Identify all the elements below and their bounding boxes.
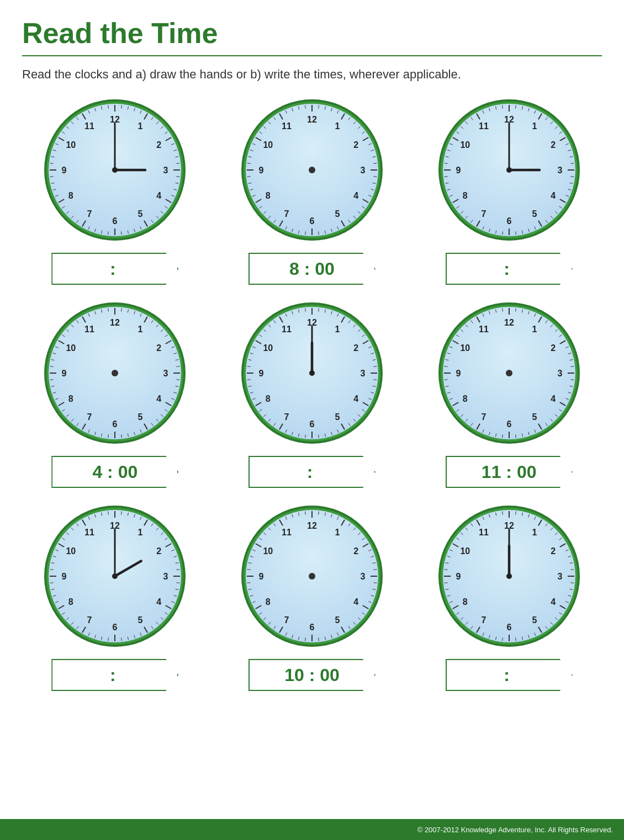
svg-text:5: 5	[532, 615, 537, 625]
svg-line-279	[50, 380, 54, 380]
svg-point-385	[309, 370, 315, 376]
svg-point-461	[506, 370, 512, 376]
time-text-5: :	[307, 462, 318, 482]
svg-line-420	[502, 434, 503, 438]
svg-line-357	[247, 366, 251, 367]
svg-text:8: 8	[266, 394, 271, 403]
svg-text:10: 10	[66, 140, 76, 150]
svg-line-327	[373, 380, 377, 380]
svg-text:1: 1	[335, 121, 340, 131]
svg-line-281	[50, 366, 54, 367]
svg-line-186	[515, 231, 516, 235]
svg-text:4: 4	[551, 191, 556, 200]
clock-face-9: 121234567891011	[437, 504, 581, 650]
svg-text:9: 9	[259, 369, 264, 378]
time-text-6: 11 : 00	[482, 462, 537, 482]
time-box-3: :	[446, 253, 573, 285]
svg-text:10: 10	[66, 343, 76, 353]
svg-text:12: 12	[307, 521, 317, 530]
svg-text:12: 12	[110, 318, 120, 327]
svg-text:9: 9	[62, 572, 67, 581]
svg-text:10: 10	[460, 343, 470, 353]
svg-line-47	[50, 177, 54, 177]
svg-line-97	[373, 177, 377, 177]
footer-text: © 2007-2012 Knowledge Adventure, Inc. Al…	[417, 826, 613, 834]
svg-point-693	[506, 573, 512, 579]
svg-text:3: 3	[163, 572, 168, 581]
svg-line-479	[177, 570, 180, 570]
svg-text:9: 9	[259, 166, 264, 175]
svg-line-294	[108, 309, 109, 312]
svg-text:9: 9	[456, 369, 461, 378]
svg-text:10: 10	[263, 343, 273, 353]
svg-text:5: 5	[335, 615, 340, 625]
svg-line-266	[108, 434, 109, 438]
svg-text:4: 4	[157, 394, 162, 403]
svg-line-418	[515, 434, 516, 438]
clock-face-8: 121234567891011	[240, 504, 384, 650]
clock-face-3: 121234567891011	[437, 98, 581, 244]
svg-text:3: 3	[557, 572, 562, 581]
svg-text:6: 6	[506, 216, 511, 226]
svg-text:5: 5	[335, 412, 340, 422]
svg-text:7: 7	[481, 412, 486, 422]
time-box-9: :	[446, 659, 573, 691]
time-box-2: 8 : 00	[248, 253, 376, 285]
svg-line-188	[502, 231, 503, 235]
svg-text:7: 7	[284, 412, 289, 422]
clock-face-5: 121234567891011	[240, 301, 384, 447]
svg-text:3: 3	[163, 166, 168, 175]
svg-text:2: 2	[157, 546, 162, 556]
svg-line-110	[319, 231, 319, 235]
svg-line-112	[305, 231, 306, 235]
svg-line-557	[373, 570, 377, 570]
time-text-9: :	[504, 665, 514, 685]
svg-line-95	[373, 163, 377, 164]
svg-text:1: 1	[138, 528, 143, 537]
svg-text:4: 4	[353, 191, 358, 200]
svg-line-251	[177, 380, 180, 380]
clock-face-2: 121234567891011	[240, 98, 384, 244]
svg-text:7: 7	[284, 615, 289, 625]
svg-point-231	[506, 167, 512, 173]
svg-line-4	[121, 105, 122, 109]
page-title: Read the Time	[22, 17, 602, 50]
svg-line-216	[502, 105, 503, 109]
clock-cell-1: 121234567891011 :	[22, 98, 208, 285]
svg-point-153	[309, 167, 315, 173]
svg-line-173	[570, 177, 574, 177]
svg-text:6: 6	[113, 216, 118, 226]
clock-cell-8: 121234567891011 10 : 00	[219, 504, 405, 691]
svg-line-125	[247, 177, 251, 177]
svg-text:10: 10	[460, 140, 470, 150]
svg-text:2: 2	[157, 343, 162, 353]
svg-text:4: 4	[157, 597, 162, 607]
svg-text:3: 3	[557, 369, 562, 378]
svg-text:2: 2	[551, 140, 556, 150]
svg-line-17	[177, 163, 180, 164]
svg-line-355	[247, 380, 251, 380]
svg-line-312	[319, 309, 319, 312]
svg-text:6: 6	[506, 623, 511, 632]
svg-text:8: 8	[266, 191, 271, 200]
time-text-7: :	[110, 665, 120, 685]
svg-line-405	[570, 380, 574, 380]
clock-cell-3: 121234567891011 :	[416, 98, 602, 285]
svg-text:6: 6	[310, 419, 315, 429]
svg-line-633	[570, 570, 574, 570]
clock-cell-2: 121234567891011 8 : 00	[219, 98, 405, 285]
svg-text:1: 1	[138, 325, 143, 334]
svg-text:12: 12	[504, 318, 514, 327]
svg-line-49	[50, 163, 54, 164]
svg-text:11: 11	[479, 528, 489, 537]
svg-text:2: 2	[551, 343, 556, 353]
svg-line-648	[515, 637, 516, 641]
svg-text:7: 7	[481, 209, 486, 219]
svg-text:8: 8	[68, 394, 73, 403]
svg-point-539	[112, 573, 118, 579]
svg-text:8: 8	[463, 597, 468, 607]
svg-line-203	[444, 163, 447, 164]
svg-line-433	[444, 380, 447, 380]
time-box-8: 10 : 00	[248, 659, 376, 691]
svg-point-307	[112, 370, 118, 376]
